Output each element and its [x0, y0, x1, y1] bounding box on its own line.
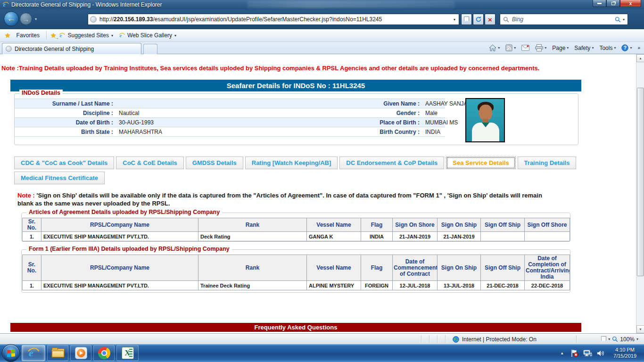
minimize-button[interactable]: [593, 0, 606, 7]
field-label: Surname / Last Name :: [15, 99, 116, 108]
compatibility-status-icon[interactable]: [601, 336, 606, 342]
window-title: Directorate General of Shipping - Window…: [11, 1, 162, 8]
chevron-down-icon: ▾: [614, 46, 616, 50]
help-icon: ?: [621, 44, 628, 51]
start-button[interactable]: [2, 344, 20, 362]
divider: [429, 335, 429, 343]
scroll-up-button[interactable]: ▲: [636, 54, 644, 62]
chevron-down-icon: ▾: [567, 46, 569, 50]
search-box[interactable]: Bing ▾: [500, 14, 628, 25]
taskbar-ie-button[interactable]: e: [22, 345, 45, 361]
form1-legend: Form 1 (Earlier Form IIIA) Details uploa…: [26, 246, 232, 252]
column-header: RPSL/Company Name: [41, 218, 198, 232]
ie-logo-icon: e: [2, 1, 9, 8]
detail-tabs-row-1: CDC & "CoC as Cook" Details CoC & CoE De…: [14, 156, 576, 169]
back-button[interactable]: ←: [4, 11, 19, 26]
system-tray: ▲ 4:10 PM 7/15/2019: [559, 344, 644, 362]
tab-medical-fitness[interactable]: Medical Fitness Certificate: [14, 172, 105, 184]
help-button[interactable]: ? ▾: [619, 43, 634, 52]
field-value: Male: [422, 108, 445, 118]
tab-cdc-coc-cook[interactable]: CDC & "CoC as Cook" Details: [14, 156, 114, 169]
favorites-label: Favorites: [17, 32, 40, 39]
taskbar-clock[interactable]: 4:10 PM 7/15/2019: [610, 347, 640, 359]
column-header: Date of Commencement of Contract: [393, 255, 438, 281]
print-button[interactable]: ▾: [533, 43, 548, 52]
volume-icon[interactable]: [597, 350, 605, 357]
feeds-button[interactable]: ▾: [504, 43, 518, 52]
navigation-bar: ← → ▾ http://220.156.189.33/esamudraUI/j…: [0, 9, 644, 29]
home-button[interactable]: ▾: [487, 43, 502, 52]
column-header: Sign On Shore: [393, 218, 438, 232]
rss-icon: [505, 44, 512, 51]
address-bar[interactable]: http://220.156.189.33/esamudraUI/jsp/exa…: [88, 14, 459, 25]
status-bar: Internet | Protected Mode: On ▾ 100% ▾: [0, 333, 644, 344]
chevron-down-icon[interactable]: ▾: [636, 337, 638, 341]
scroll-down-button[interactable]: ▼: [636, 325, 644, 333]
table-header-row: Sr. No. RPSL/Company Name Rank Vessel Na…: [23, 218, 570, 232]
printer-icon: [535, 44, 543, 51]
tab-rating-watch-keeping[interactable]: Rating [Watch Keeping/AB]: [245, 156, 338, 169]
taskbar-explorer-button[interactable]: [47, 345, 68, 361]
search-dropdown-icon[interactable]: ▾: [623, 17, 625, 22]
field-value: 30-AUG-1993: [116, 118, 316, 127]
field-value: [116, 99, 316, 108]
taskbar-excel-button[interactable]: X: [116, 345, 139, 361]
indos-row: Date of Birth : 30-AUG-1993 Place of Bir…: [15, 118, 445, 127]
vertical-scrollbar[interactable]: ▲ ▼: [636, 54, 644, 333]
network-icon[interactable]: [583, 349, 592, 357]
tab-coc-coe[interactable]: CoC & CoE Details: [116, 156, 184, 169]
add-favorite-icon[interactable]: ★: [50, 32, 57, 39]
cell-sign-off-ship: 21-DEC-2018: [481, 281, 525, 290]
search-go-icon[interactable]: [615, 16, 621, 23]
recent-pages-dropdown-icon[interactable]: ▾: [35, 17, 37, 21]
scrollbar-thumb[interactable]: [637, 88, 644, 276]
action-center-flag-icon[interactable]: [570, 349, 578, 357]
zoom-level[interactable]: 100%: [620, 336, 635, 343]
taskbar-chrome-button[interactable]: [93, 345, 115, 361]
tab-sea-service[interactable]: Sea Service Details: [446, 156, 515, 169]
sign-on-ship-note: Note : 'Sign on Ship' details will be av…: [17, 191, 555, 207]
refresh-button[interactable]: [473, 14, 484, 25]
chevron-down-icon: ▾: [545, 46, 546, 50]
column-header: Sr. No.: [23, 255, 41, 281]
chevron-down-icon[interactable]: ▾: [608, 337, 610, 341]
cell-sign-off-ship: [481, 232, 525, 241]
safety-menu[interactable]: Safety ▾: [572, 44, 595, 52]
title-bar[interactable]: e Directorate General of Shipping - Wind…: [0, 0, 644, 9]
cell-rank: Deck Rating: [198, 232, 307, 241]
forward-button[interactable]: →: [20, 13, 32, 25]
web-slice-gallery-label: Web Slice Gallery: [127, 32, 172, 39]
tools-menu[interactable]: Tools ▾: [597, 44, 618, 52]
taskbar-media-player-button[interactable]: [70, 345, 91, 361]
stop-button[interactable]: ×: [485, 14, 495, 25]
restore-button[interactable]: [606, 0, 620, 7]
divider: [576, 335, 577, 343]
page-menu[interactable]: Page ▾: [550, 44, 570, 52]
window-controls: x: [593, 0, 641, 7]
desktop: e Directorate General of Shipping - Wind…: [0, 0, 644, 362]
address-dropdown-icon[interactable]: ▾: [452, 17, 457, 22]
browser-tab[interactable]: Directorate General of Shipping: [2, 43, 141, 54]
cell-company: EXECUTIVE SHIP MANAGEMENT PVT.LTD.: [41, 232, 198, 241]
compatibility-view-button[interactable]: [461, 14, 472, 25]
close-button[interactable]: x: [620, 0, 641, 7]
show-hidden-icons-button[interactable]: ▲: [559, 350, 565, 357]
favorites-star-icon: ★: [5, 32, 11, 39]
tab-gmdss[interactable]: GMDSS Details: [186, 156, 243, 169]
overflow-chevron-icon[interactable]: »: [636, 45, 642, 50]
internet-globe-icon: [453, 336, 459, 343]
chevron-down-icon: ▾: [630, 46, 632, 50]
read-mail-button[interactable]: [520, 44, 531, 52]
tab-training-details[interactable]: Training Details: [518, 156, 577, 169]
tab-dc-endorsement-cop[interactable]: DC Endorsement & CoP Details: [339, 156, 444, 169]
web-slice-gallery-button[interactable]: e Web Slice Gallery ▾: [116, 31, 179, 40]
new-tab-stub[interactable]: [143, 44, 157, 54]
search-icon: [503, 16, 509, 23]
stop-icon: ×: [488, 16, 492, 23]
favorites-button[interactable]: Favorites: [14, 31, 42, 40]
security-zone: Internet | Protected Mode: On: [453, 334, 537, 345]
suggested-sites-button[interactable]: e Suggested Sites ▾: [56, 31, 116, 40]
url-text: http://220.156.189.33/esamudraUI/jsp/exa…: [99, 16, 382, 23]
column-header: Vessel Name: [307, 255, 361, 281]
cell-flag: INDIA: [361, 232, 393, 241]
